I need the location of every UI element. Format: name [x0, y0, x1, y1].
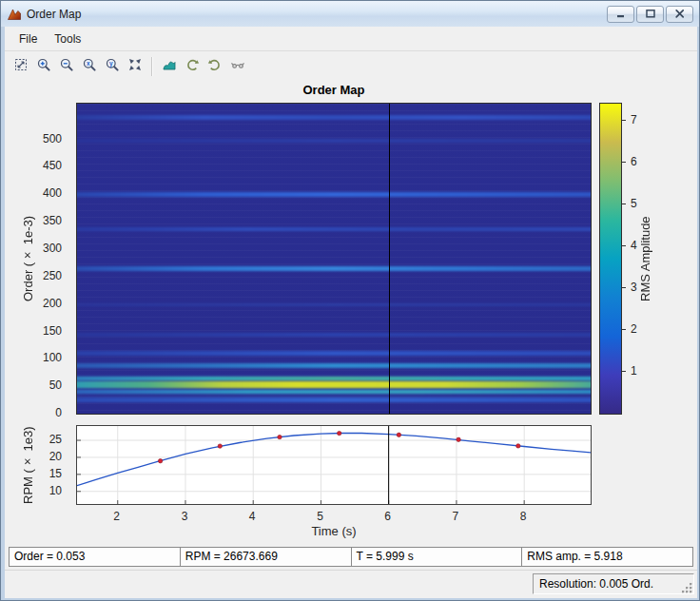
order-ridge — [76, 377, 592, 380]
zoom-in-icon — [36, 57, 51, 75]
readout-bar: Order = 0.053 RPM = 26673.669 T = 5.999 … — [9, 547, 693, 567]
tick-mark — [622, 245, 626, 246]
title-bar[interactable]: Order Map — [1, 1, 699, 27]
fit-to-window-icon — [13, 57, 29, 75]
order-ridge — [76, 303, 592, 306]
rpm-marker — [338, 431, 341, 435]
tick-mark — [622, 329, 626, 330]
tick-label: 100 — [43, 351, 62, 364]
tick-label: 6 — [374, 510, 402, 523]
zoom-in-x-icon: x — [82, 57, 97, 75]
rpm-plot[interactable] — [76, 425, 592, 505]
waterfall-view-button[interactable] — [158, 55, 181, 78]
svg-text:x: x — [87, 60, 90, 67]
window-controls — [607, 6, 693, 23]
zoom-in-y-icon: y — [105, 57, 120, 75]
order-ridge — [76, 351, 592, 356]
tick-mark — [622, 120, 626, 121]
zoom-in-y-button[interactable]: y — [101, 55, 124, 78]
colorbar — [599, 103, 622, 415]
rpm-chart-svg — [77, 426, 591, 504]
resolution-status: Resolution: 0.005 Ord. — [533, 573, 694, 594]
order-map-plot[interactable] — [76, 103, 592, 415]
rotate-clockwise-button[interactable] — [204, 55, 226, 78]
rpm-marker — [457, 437, 460, 441]
tick-label: 450 — [43, 159, 62, 172]
time-axis-label: Time (s) — [76, 524, 592, 538]
tick-mark — [622, 162, 626, 163]
tick-label: 200 — [43, 297, 62, 310]
tick-label: 350 — [43, 214, 62, 227]
maximize-button[interactable] — [636, 6, 664, 23]
figure-client-area: File Tools — [5, 27, 697, 598]
resize-grip[interactable] — [681, 581, 693, 593]
order-ridge — [76, 390, 592, 395]
rpm-marker — [218, 444, 222, 448]
rpm-marker — [158, 459, 162, 463]
tick-label: 500 — [43, 132, 62, 145]
restore-view-button[interactable] — [124, 55, 146, 78]
close-button[interactable] — [666, 6, 693, 23]
tick-label: 10 — [49, 484, 62, 497]
svg-text:y: y — [109, 60, 113, 68]
menu-bar: File Tools — [5, 27, 697, 51]
minimize-button[interactable] — [607, 6, 634, 23]
zoom-in-button[interactable] — [32, 55, 55, 78]
window-title: Order Map — [27, 8, 81, 21]
restore-view-icon — [127, 57, 143, 75]
order-ridge — [76, 139, 592, 143]
order-ridge — [76, 397, 592, 402]
tick-label: 300 — [43, 242, 62, 255]
tick-label: 2 — [103, 510, 131, 523]
order-ridge — [76, 227, 592, 232]
order-ridge — [76, 192, 592, 197]
tick-label: 0 — [55, 406, 62, 419]
figure-area: Order Map 050100150200250300350400450500… — [5, 80, 697, 547]
rotate-clockwise-icon — [207, 57, 223, 75]
menu-file[interactable]: File — [10, 29, 46, 49]
zoom-out-button[interactable] — [55, 55, 78, 78]
order-ridge — [76, 333, 592, 337]
tick-label: 250 — [43, 269, 62, 282]
rpm-marker — [397, 433, 400, 436]
rotate-counterclockwise-icon — [185, 57, 200, 75]
rpm-marker — [516, 444, 520, 448]
order-readout: Order = 0.053 — [9, 547, 181, 567]
time-readout: T = 5.999 s — [351, 547, 523, 567]
order-axis-tick-labels: 050100150200250300350400450500 — [5, 103, 69, 415]
pan-button[interactable] — [226, 55, 249, 78]
tick-mark — [622, 204, 626, 204]
tick-label: 20 — [49, 450, 62, 463]
rpm-curve — [77, 434, 591, 486]
zoom-in-x-button[interactable]: x — [78, 55, 101, 78]
order-ridge — [76, 266, 592, 271]
matlab-figure-window: Order Map File Tools — [0, 0, 700, 601]
status-bar: Resolution: 0.005 Ord. — [5, 570, 697, 598]
toolbar-separator — [151, 57, 153, 76]
tick-label: 5 — [306, 510, 335, 523]
order-ridge — [76, 381, 592, 387]
fit-to-window-button[interactable] — [10, 55, 32, 78]
tick-label: 50 — [49, 378, 62, 392]
rotate-counterclockwise-button[interactable] — [181, 55, 204, 78]
rpm-readout: RPM = 26673.669 — [180, 547, 352, 567]
zoom-out-icon — [59, 57, 74, 75]
colorbar-label: RMS Amplitude — [635, 103, 654, 415]
tick-label: 15 — [49, 467, 62, 480]
waterfall-view-icon — [162, 57, 177, 75]
tick-label: 400 — [43, 186, 62, 200]
tick-label: 25 — [49, 433, 62, 446]
tick-label: 3 — [170, 510, 199, 523]
pan-icon — [230, 57, 245, 75]
order-ridge — [76, 363, 592, 368]
rpm-marker — [278, 435, 282, 438]
order-ridge — [76, 115, 592, 120]
tick-label: 7 — [441, 510, 470, 523]
time-axis-tick-labels: 2345678 — [76, 510, 592, 523]
tick-label: 8 — [509, 510, 537, 523]
time-cursor-line[interactable] — [389, 104, 390, 414]
matlab-figure-icon — [7, 7, 22, 22]
tick-label: 4 — [238, 510, 266, 523]
menu-tools[interactable]: Tools — [46, 29, 89, 49]
tick-mark — [622, 371, 626, 372]
